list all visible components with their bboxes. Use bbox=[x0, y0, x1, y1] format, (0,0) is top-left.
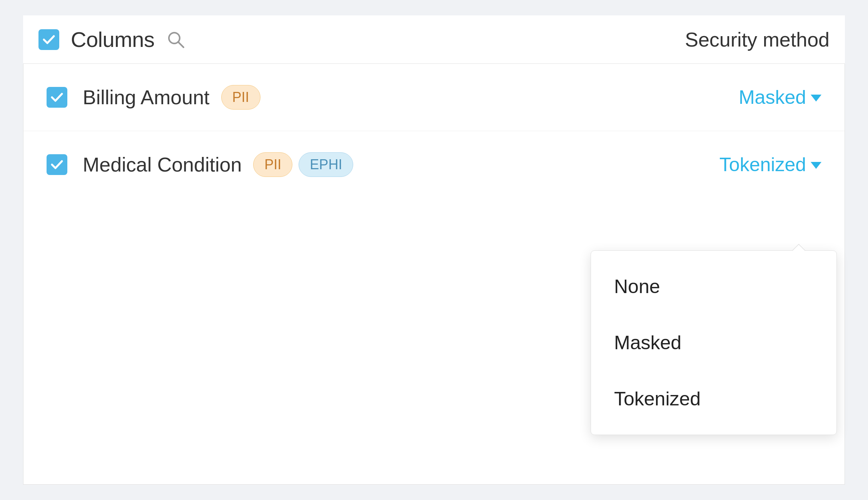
medical-condition-row: Medical Condition PII EPHI Tokenized Non… bbox=[23, 131, 845, 198]
content-panel: Billing Amount PII Masked Medical Condit… bbox=[23, 64, 845, 485]
billing-amount-pii-tag: PII bbox=[221, 85, 260, 110]
medical-condition-checkbox[interactable] bbox=[47, 154, 67, 175]
medical-condition-dropdown-arrow bbox=[811, 162, 821, 169]
medical-condition-security-dropdown[interactable]: Tokenized bbox=[719, 153, 821, 176]
medical-condition-ephi-tag: EPHI bbox=[299, 152, 353, 177]
dropdown-caret bbox=[792, 244, 806, 251]
billing-amount-dropdown-arrow bbox=[811, 95, 821, 102]
dropdown-option-masked[interactable]: Masked bbox=[591, 315, 836, 371]
medical-condition-pii-tag: PII bbox=[253, 152, 292, 177]
columns-label: Columns bbox=[71, 27, 154, 52]
billing-amount-label: Billing Amount bbox=[83, 86, 210, 109]
billing-amount-security-value: Masked bbox=[739, 86, 806, 108]
billing-amount-security-dropdown[interactable]: Masked bbox=[739, 86, 821, 108]
svg-line-1 bbox=[178, 42, 184, 47]
billing-amount-checkbox[interactable] bbox=[47, 87, 67, 108]
security-dropdown-menu: None Masked Tokenized bbox=[591, 250, 837, 435]
medical-condition-label: Medical Condition bbox=[83, 153, 242, 176]
page-container: Columns Security method Billing Amount P… bbox=[0, 0, 868, 500]
dropdown-option-tokenized[interactable]: Tokenized bbox=[591, 371, 836, 427]
header-bar: Columns Security method bbox=[23, 15, 845, 64]
columns-checkbox[interactable] bbox=[38, 29, 59, 50]
medical-condition-security-value: Tokenized bbox=[719, 153, 806, 176]
billing-amount-row: Billing Amount PII Masked bbox=[23, 64, 845, 131]
dropdown-option-none[interactable]: None bbox=[591, 258, 836, 315]
search-button[interactable] bbox=[166, 30, 186, 50]
header-left: Columns bbox=[38, 27, 186, 52]
security-method-header: Security method bbox=[685, 28, 830, 51]
